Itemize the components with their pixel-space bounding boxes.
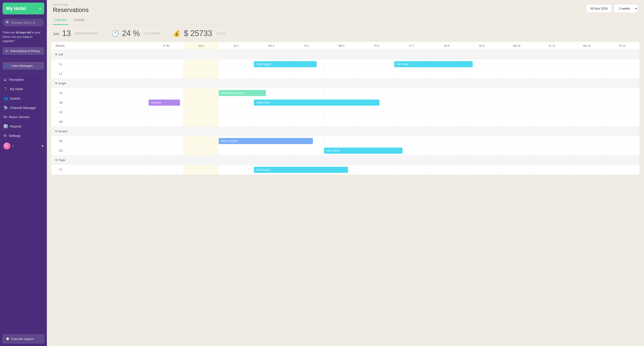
calendar-cell[interactable] — [289, 88, 324, 98]
calendar-cell[interactable] — [149, 107, 184, 117]
calendar-cell[interactable] — [429, 107, 464, 117]
calendar-cell[interactable] — [219, 117, 254, 127]
calendar-cell[interactable] — [359, 136, 394, 146]
calendar-cell[interactable] — [289, 107, 324, 117]
calendar-cell[interactable] — [464, 88, 499, 98]
calendar-cell[interactable] — [184, 69, 219, 79]
sidebar-item-guests[interactable]: 👥 Guests › — [0, 94, 47, 103]
calendar-cell[interactable] — [254, 146, 289, 155]
calendar-cell[interactable] — [499, 146, 534, 155]
calendar-cell[interactable] — [604, 117, 640, 127]
calendar-cell[interactable] — [499, 165, 534, 175]
calendar-cell[interactable] — [464, 117, 499, 127]
search-bar[interactable]: 🔍 — [2, 19, 44, 27]
calendar-cell[interactable] — [394, 117, 429, 127]
calendar-cell[interactable] — [464, 136, 499, 146]
calendar-cell[interactable] — [394, 69, 429, 79]
calendar-cell[interactable]: Lars Ano — [149, 98, 184, 107]
calendar-cell[interactable] — [429, 146, 464, 155]
calendar-cell[interactable] — [429, 117, 464, 127]
calendar-cell[interactable] — [324, 88, 359, 98]
calendar-cell[interactable] — [184, 98, 219, 107]
booking-bar[interactable]: Althea Silva — [254, 100, 380, 106]
calendar-cell[interactable] — [499, 59, 534, 69]
calendar-cell[interactable] — [289, 117, 324, 127]
calendar-cell[interactable] — [604, 136, 640, 146]
calendar-cell[interactable] — [219, 107, 254, 117]
calendar-cell[interactable] — [604, 88, 640, 98]
calendar-cell[interactable] — [254, 69, 289, 79]
week-select[interactable]: 2 weeks 1 week 1 month — [614, 4, 638, 13]
calendar-cell[interactable] — [324, 69, 359, 79]
calendar-cell[interactable] — [534, 117, 570, 127]
calendar-cell[interactable] — [429, 165, 464, 175]
calendar-cell[interactable] — [359, 59, 394, 69]
calendar-cell[interactable] — [570, 107, 604, 117]
calendar-cell[interactable] — [394, 107, 429, 117]
calendar-cell[interactable] — [534, 165, 570, 175]
calendar-cell[interactable] — [359, 107, 394, 117]
calendar-cell[interactable]: Sally Higgins — [254, 59, 289, 69]
calendar-cell[interactable] — [429, 88, 464, 98]
calendar-cell[interactable] — [570, 117, 604, 127]
calendar-cell[interactable] — [149, 59, 184, 69]
calendar-cell[interactable] — [570, 98, 604, 107]
sidebar-item-settings[interactable]: ⚙ Settings › — [0, 131, 47, 140]
calendar-cell[interactable] — [289, 69, 324, 79]
user-menu[interactable]: I I ▾ — [0, 140, 47, 152]
tab-calendar[interactable]: Calendar — [53, 16, 68, 25]
calendar-cell[interactable]: Hal Jordan — [394, 59, 429, 69]
calendar-cell[interactable] — [604, 59, 640, 69]
calendar-cell[interactable] — [359, 117, 394, 127]
calendar-cell[interactable] — [464, 146, 499, 155]
calendar-cell[interactable] — [499, 88, 534, 98]
sidebar-item-my-hotel[interactable]: 📍 My Hotel › — [0, 84, 47, 94]
search-input[interactable] — [12, 21, 41, 24]
calendar-cell[interactable] — [604, 69, 640, 79]
calendar-cell[interactable] — [429, 69, 464, 79]
calendar-cell[interactable] — [429, 98, 464, 107]
calendar-cell[interactable] — [534, 98, 570, 107]
calendar-cell[interactable] — [534, 136, 570, 146]
new-messages-button[interactable]: 👤 1 New Messages — [2, 62, 44, 70]
booking-bar[interactable]: Hal Jordan — [394, 61, 473, 67]
calendar-cell[interactable] — [499, 117, 534, 127]
calendar-cell[interactable] — [219, 59, 254, 69]
calendar-cell[interactable] — [429, 136, 464, 146]
calendar-cell[interactable] — [359, 88, 394, 98]
calendar-cell[interactable] — [499, 98, 534, 107]
calendar-cell[interactable] — [499, 69, 534, 79]
calendar-cell[interactable] — [570, 59, 604, 69]
calendar-cell[interactable] — [499, 136, 534, 146]
calendar-cell[interactable] — [604, 165, 640, 175]
calendar-cell[interactable] — [219, 165, 254, 175]
calendar-cell[interactable] — [184, 59, 219, 69]
calendar-cell[interactable] — [499, 107, 534, 117]
calendar-cell[interactable]: John Michael Kane — [219, 88, 254, 98]
chat-support-button[interactable]: 💬 Chat with Support — [2, 334, 44, 343]
booking-bar[interactable]: John Michael Kane — [219, 90, 266, 96]
calendar-cell[interactable] — [394, 88, 429, 98]
calendar-cell[interactable] — [219, 98, 254, 107]
tab-activity[interactable]: Activity — [73, 16, 86, 25]
upgrade-button[interactable]: 🏷 Subscriptions & Pricing — [2, 47, 44, 55]
calendar-cell[interactable] — [289, 146, 324, 155]
calendar-cell[interactable] — [570, 146, 604, 155]
sidebar-item-room-service[interactable]: 🍽 Room Service › — [0, 112, 47, 122]
calendar-cell[interactable]: Hank Jones — [324, 146, 359, 155]
calendar-cell[interactable]: Marco Antonio — [219, 136, 254, 146]
calendar-cell[interactable] — [570, 69, 604, 79]
calendar-cell[interactable] — [464, 69, 499, 79]
calendar-cell[interactable] — [359, 69, 394, 79]
calendar-cell[interactable] — [184, 146, 219, 155]
calendar-cell[interactable] — [394, 165, 429, 175]
calendar-cell[interactable]: Jen Beasley — [254, 165, 289, 175]
calendar-cell[interactable]: Althea Silva — [254, 98, 289, 107]
calendar-cell[interactable] — [184, 107, 219, 117]
calendar-cell[interactable] — [184, 88, 219, 98]
sidebar-item-reception[interactable]: 🛎 Reception › — [0, 75, 47, 84]
calendar-cell[interactable] — [149, 165, 184, 175]
calendar-cell[interactable] — [149, 136, 184, 146]
calendar-cell[interactable] — [534, 146, 570, 155]
calendar-cell[interactable] — [464, 107, 499, 117]
